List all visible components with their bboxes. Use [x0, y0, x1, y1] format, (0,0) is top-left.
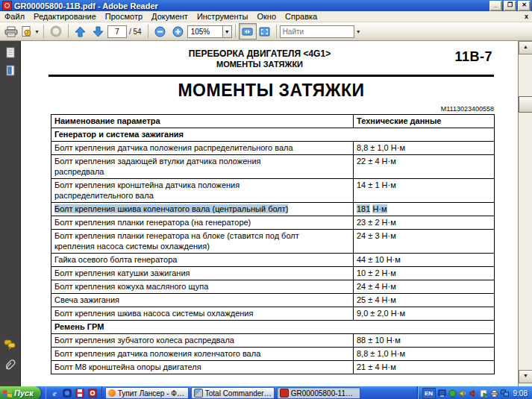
task-total-commander[interactable]: Total Commander 7.04a ... — [191, 387, 275, 399]
document-close-icon[interactable]: x — [521, 13, 532, 20]
task-scheduler-icon[interactable] — [480, 389, 488, 398]
parameter-name-cell: Болт крепления катушки зажигания — [51, 267, 354, 280]
parameter-name-cell: Гайка осевого болта генератора — [51, 254, 354, 267]
toolbar: ▼ / 54 — [0, 22, 532, 41]
parameter-value-cell: 44 ± 10 Н·м — [354, 254, 495, 267]
zoom-dropdown-icon[interactable]: ▼ — [223, 25, 232, 38]
menu-edit[interactable]: Редактирование — [29, 12, 101, 22]
clock: 9:08 — [513, 389, 528, 398]
parameter-name-cell: Болт крепления зубчатого колеса распредв… — [51, 334, 354, 348]
zoom-out-button[interactable] — [152, 24, 169, 39]
display-settings-icon[interactable] — [438, 389, 446, 398]
zoom-in-button[interactable] — [170, 24, 187, 39]
fullscreen-icon — [259, 27, 270, 37]
start-button[interactable]: Пуск — [0, 386, 41, 399]
pages-panel-icon[interactable] — [4, 47, 16, 59]
table-row: Болт крепления планки генератора (на ген… — [51, 216, 495, 230]
table-row: Болт крепления кожуха масляного щупа24 ±… — [51, 280, 495, 294]
next-page-button[interactable] — [90, 24, 107, 39]
parameter-value-cell: 181 Н·м — [354, 203, 495, 216]
task-firefox[interactable]: Тупит Лансер - Форум Т... — [105, 387, 189, 399]
network-icon[interactable] — [501, 389, 509, 398]
start-label: Пуск — [14, 389, 34, 398]
menu-bar: Файл Редактирование Просмотр Документ Ин… — [0, 11, 532, 22]
table-row: Болт крепления шкива насоса системы охла… — [51, 307, 495, 321]
acrobat-app-icon — [2, 1, 12, 10]
send-document-icon — [21, 26, 33, 37]
firefox-icon — [108, 389, 116, 397]
print-button[interactable] — [3, 24, 19, 39]
parameter-value-cell: 10 ± 2 Н·м — [354, 267, 495, 280]
internet-explorer-icon[interactable]: e — [50, 389, 60, 398]
chapter-title: ПЕРЕБОРКА ДВИГАТЕЛЯ <4G1> — [81, 48, 439, 60]
page-number-input[interactable] — [107, 25, 127, 38]
table-row: Болт крепления датчика положения коленча… — [51, 348, 495, 361]
parameter-name-cell: Болт крепления задающей втулки датчика п… — [51, 155, 354, 179]
attachments-panel-icon[interactable] — [4, 359, 16, 371]
restore-button[interactable]: ❐ — [504, 1, 516, 11]
find-dropdown-icon[interactable]: ▼ — [356, 29, 361, 34]
scrollbar-thumb[interactable] — [519, 96, 532, 113]
toolbar-separator — [43, 25, 44, 38]
close-button[interactable]: ✕ — [518, 1, 531, 11]
parameter-name-cell: Болт крепления кожуха масляного щупа — [51, 280, 354, 294]
menu-view[interactable]: Просмотр — [101, 12, 147, 22]
column-header-parameter: Наименование параметра — [51, 115, 354, 128]
comments-panel-icon[interactable] — [4, 339, 16, 351]
previous-page-button[interactable] — [72, 24, 89, 39]
scroll-down-icon[interactable]: ▼ — [519, 370, 532, 383]
vertical-scrollbar[interactable]: ▲ ▼ — [518, 41, 532, 386]
previous-view-icon — [50, 25, 62, 37]
parameter-value-cell: 21 ± 4 Н·м — [354, 361, 495, 374]
document-page: ПЕРЕБОРКА ДВИГАТЕЛЯ <4G1> МОМЕНТЫ ЗАТЯЖК… — [21, 41, 518, 386]
section-title: МОМЕНТЫ ЗАТЯЖКИ — [81, 60, 439, 70]
windows-logo-icon — [3, 389, 12, 398]
page-reference: 11B-7 — [454, 49, 492, 65]
torque-table: Наименование параметра Технические данны… — [51, 114, 495, 374]
parameter-name-cell: Болт крепления шкива насоса системы охла… — [51, 307, 354, 321]
email-button[interactable]: ▼ — [21, 24, 40, 39]
zoom-level-select[interactable]: 105% — [187, 25, 223, 38]
printer-tray-icon[interactable] — [490, 389, 498, 398]
document-code: M1113023400558 — [441, 105, 494, 113]
parameter-name-cell: Болт крепления шкива коленчатого вала (ц… — [51, 203, 354, 216]
language-indicator[interactable]: EN — [422, 388, 436, 399]
page-count-label: / 54 — [129, 28, 142, 36]
antivirus-icon[interactable] — [448, 389, 457, 398]
table-row: Болт крепления кронштейна датчика положе… — [51, 179, 495, 203]
chevron-down-icon: ▼ — [34, 29, 40, 34]
scroll-up-icon[interactable]: ▲ — [519, 41, 532, 54]
menu-window[interactable]: Окно — [252, 12, 281, 22]
parameter-name-cell: Болт крепления планки генератора (на ген… — [51, 216, 354, 230]
menu-help[interactable]: Справка — [281, 12, 322, 22]
menu-tools[interactable]: Инструменты — [193, 12, 253, 22]
menu-file[interactable]: Файл — [0, 12, 29, 22]
parameter-value-cell: 8,8 ± 1,0 Н·м — [354, 348, 495, 361]
acrobat-task-icon — [280, 389, 289, 398]
column-header-data: Технические данные — [354, 115, 495, 128]
media-player-icon[interactable] — [63, 389, 72, 398]
parameter-value-cell: 24 ± 4 Н·м — [354, 280, 495, 294]
zoom-out-icon — [154, 26, 166, 37]
scrolling-mode-button[interactable] — [239, 23, 257, 40]
menu-document[interactable]: Документ — [147, 12, 193, 22]
toolbar-separator — [68, 25, 69, 38]
sound-mixer-icon[interactable] — [469, 389, 478, 398]
volume-icon[interactable] — [459, 389, 467, 398]
section-label: Генератор и система зажигания — [51, 128, 495, 142]
fullscreen-button[interactable] — [257, 24, 273, 39]
save-desktop-icon[interactable] — [75, 389, 85, 398]
table-row: Болт крепления зубчатого колеса распредв… — [51, 334, 495, 348]
desktop: GR00005800-11B.pdf - Adobe Reader _ ❐ ✕ … — [0, 0, 532, 399]
parameter-name-cell: Болт крепления датчика положения коленча… — [51, 348, 354, 361]
bookmarks-panel-icon[interactable] — [4, 65, 16, 77]
minimize-button[interactable]: _ — [489, 1, 502, 11]
task-acrobat-active[interactable]: GR00005800-11B.pdf ... — [277, 387, 360, 399]
table-section-row: Генератор и система зажигания — [51, 128, 495, 142]
acrobat-quicklaunch-icon[interactable] — [88, 389, 98, 398]
parameter-name-cell: Болт крепления кронштейна датчика положе… — [51, 179, 354, 203]
parameter-value-cell: 88 ± 10 Н·м — [354, 334, 495, 348]
section-label: Ремень ГРМ — [51, 321, 495, 334]
find-input[interactable] — [280, 25, 354, 38]
task-buttons: Тупит Лансер - Форум Т... Total Commande… — [102, 386, 418, 399]
